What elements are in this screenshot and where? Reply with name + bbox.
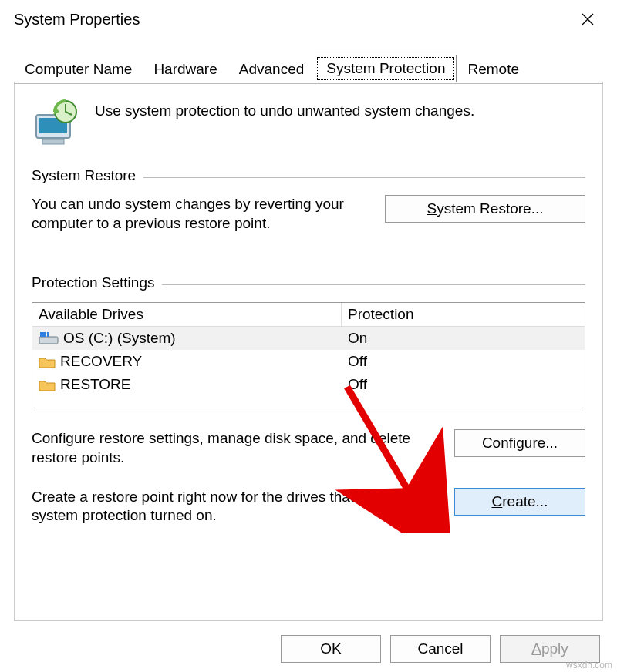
ok-button[interactable]: OK — [281, 635, 381, 663]
drives-header-row: Available Drives Protection — [32, 303, 585, 327]
disk-icon — [39, 331, 59, 345]
close-icon[interactable] — [572, 4, 603, 35]
group-protection-settings-header: Protection Settings — [32, 274, 585, 291]
drive-row-os[interactable]: OS (C:) (System) On — [32, 327, 585, 350]
drive-name: RECOVERY — [60, 353, 142, 370]
drive-row-recovery[interactable]: RECOVERY Off — [32, 350, 585, 373]
svg-rect-6 — [40, 332, 46, 337]
divider — [162, 284, 585, 285]
configure-row: Configure restore settings, manage disk … — [32, 429, 585, 467]
system-restore-icon — [32, 98, 83, 149]
drive-name: RESTORE — [60, 376, 131, 393]
dialog-footer: OK Cancel Apply — [0, 626, 617, 672]
tab-panel-system-protection: Use system protection to undo unwanted s… — [14, 82, 603, 621]
tab-computer-name[interactable]: Computer Name — [14, 56, 143, 82]
drive-row-restore[interactable]: RESTORE Off — [32, 373, 585, 396]
drives-list[interactable]: Available Drives Protection OS (C:) (Sys… — [32, 302, 585, 412]
tab-system-protection[interactable]: System Protection — [315, 55, 457, 82]
tab-advanced[interactable]: Advanced — [228, 56, 315, 82]
window-title: System Properties — [14, 11, 140, 29]
group-system-restore-label: System Restore — [32, 167, 136, 184]
intro-row: Use system protection to undo unwanted s… — [32, 98, 585, 149]
system-restore-row: You can undo system changes by reverting… — [32, 195, 585, 233]
create-desc: Create a restore point right now for the… — [32, 488, 439, 526]
tab-remote[interactable]: Remote — [457, 56, 530, 82]
svg-rect-5 — [39, 337, 58, 344]
configure-desc: Configure restore settings, manage disk … — [32, 429, 439, 467]
svg-rect-7 — [47, 332, 49, 337]
watermark: wsxdn.com — [566, 660, 612, 670]
svg-rect-2 — [42, 139, 64, 144]
drive-name: OS (C:) (System) — [63, 330, 176, 347]
tab-strip: Computer Name Hardware Advanced System P… — [0, 39, 617, 82]
create-button[interactable]: Create... — [454, 488, 585, 516]
create-row: Create a restore point right now for the… — [32, 488, 585, 526]
group-protection-settings-label: Protection Settings — [32, 274, 154, 291]
apply-button[interactable]: Apply — [500, 635, 600, 663]
drive-protection: Off — [342, 373, 585, 396]
intro-text: Use system protection to undo unwanted s… — [95, 98, 474, 119]
drive-protection: Off — [342, 350, 585, 373]
configure-button[interactable]: Configure... — [454, 429, 585, 457]
folder-icon — [39, 378, 56, 391]
drives-empty-space — [32, 396, 585, 412]
system-restore-desc: You can undo system changes by reverting… — [32, 195, 369, 233]
drive-protection: On — [342, 327, 585, 350]
divider — [143, 177, 585, 178]
cancel-button[interactable]: Cancel — [390, 635, 491, 663]
group-system-restore-header: System Restore — [32, 167, 585, 184]
titlebar: System Properties — [0, 0, 617, 39]
system-properties-window: System Properties Computer Name Hardware… — [0, 0, 617, 672]
col-protection[interactable]: Protection — [342, 303, 585, 326]
system-restore-button[interactable]: System Restore... — [385, 195, 585, 223]
col-available-drives[interactable]: Available Drives — [32, 303, 342, 326]
tab-hardware[interactable]: Hardware — [143, 56, 228, 82]
tab-divider — [14, 83, 603, 84]
folder-icon — [39, 355, 56, 368]
